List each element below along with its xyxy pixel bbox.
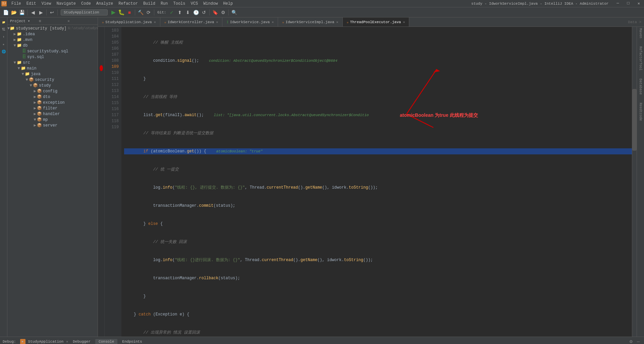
database-icon[interactable]: Database [639,79,642,95]
debug-settings-btn[interactable]: ⚙ [628,339,634,344]
tree-java[interactable]: ▼ 📁 java [7,71,98,77]
tree-java-label: java [31,72,41,77]
tab-idworkcontroller[interactable]: ☕ IdWorkController.java ✕ [160,17,223,27]
menu-tools[interactable]: Tools [171,1,188,7]
scrollbar-thumb[interactable] [632,89,637,151]
project-icon[interactable]: 📁 [0,19,7,26]
tree-config[interactable]: ▶ 📦 config [7,88,98,94]
minimize-btn[interactable]: ─ [614,0,622,7]
menu-code[interactable]: Code [78,1,94,7]
tab-idworkservice-close[interactable]: ✕ [272,20,274,24]
git-push-btn[interactable]: ⬆ [176,9,183,16]
maximize-btn[interactable]: □ [625,0,632,7]
stop-btn[interactable]: ■ [126,9,133,16]
web-icon[interactable]: 🌐 [0,48,7,55]
tree-src[interactable]: ▼ 📁 src [7,60,98,65]
close-btn[interactable]: ✕ [635,0,643,7]
tab-studyapplication-icon: ☕ [102,20,104,24]
run-config-selector[interactable]: StudyApplication [61,9,108,15]
tab-studyapplication[interactable]: ☕ StudyApplication.java ✕ [98,17,160,27]
build-btn[interactable]: 🔨 [137,9,144,16]
save-btn[interactable]: 💾 [18,9,25,16]
code-line-107: list.get(finalI).await(); list: "[java.u… [124,112,632,118]
menu-help[interactable]: Help [220,1,235,7]
git-revert-btn[interactable]: ↺ [200,9,208,16]
maven-icon[interactable]: Maven [639,28,642,38]
tree-mp[interactable]: ▼ 📦 mp [7,117,98,122]
tab-idworkserviceimpl[interactable]: ☕ IdworkServiceImpl.java ✕ [278,17,342,27]
project-panel-title: Project ▾ [10,19,38,23]
forward-btn[interactable]: ▶ [37,9,45,16]
bookmark-btn[interactable]: 🔖 [211,9,219,16]
menu-navigate[interactable]: Navigate [54,1,78,7]
tab-threadpoolexecutor-close[interactable]: ✕ [403,20,405,24]
method-get2: get [187,149,194,154]
tab-threadpoolexecutor[interactable]: ☕ ThreadPoolExecutor.java ✕ [343,17,410,27]
window-title: study - IdworkServiceImpl.java - Intelli… [471,2,608,6]
code-lines[interactable]: // 唤醒 主线程 condition.signal(); condition:… [121,27,632,337]
project-panel-header: Project ▾ ⚙ ✕ [7,17,98,25]
tree-dto[interactable]: ▶ 📦 dto [7,94,98,100]
project-settings-btn[interactable]: ⚙ [39,19,66,23]
debug-app-close[interactable]: ✕ [66,340,68,344]
git-history-btn[interactable]: 🕐 [192,9,200,16]
var-log111: log [153,185,160,190]
tree-exception[interactable]: ▶ 📦 exception [7,100,98,105]
refactortool-icon[interactable]: RefactorTool [639,46,642,70]
tree-main[interactable]: ▼ 📁 main [7,65,98,71]
line-num-119: 119 [105,124,119,130]
vertical-scrollbar[interactable] [632,27,637,337]
tree-filter[interactable]: ▶ 📦 filter [7,105,98,111]
tree-mvn[interactable]: ▶ 📁 .mvn [7,37,98,43]
debug-tab-debugger[interactable]: Debugger [69,339,94,344]
var-list: list [144,113,153,117]
debug-tab-console[interactable]: Console [95,339,117,344]
reedtcode-icon[interactable]: Reedtcode [639,103,642,121]
var-idwork1: idwork [332,185,346,190]
tree-securitystudy-sql-label: securitystudy.sql [27,49,68,54]
tree-securitystudy-sql[interactable]: 🗄 securitystudy.sql [7,48,98,54]
menu-refactor[interactable]: Refactor [116,1,141,7]
var-idwork2: idwork [327,258,341,262]
debug-btn[interactable]: 🐛 [118,9,125,16]
new-file-btn[interactable]: 📄 [2,9,9,16]
undo-btn[interactable]: ↩ [48,9,56,16]
menu-edit[interactable]: Edit [24,1,39,7]
git-pull-btn[interactable]: ⬇ [184,9,192,16]
tab-idworkcontroller-close[interactable]: ✕ [216,20,218,24]
menu-build[interactable]: Build [141,1,158,7]
run-btn[interactable]: ▶ [110,9,117,16]
open-btn[interactable]: 📂 [10,9,17,16]
settings-btn[interactable]: ⚙ [219,9,227,16]
rebuild-btn[interactable]: ⟳ [145,9,152,16]
menu-view[interactable]: View [39,1,54,7]
project-close-btn[interactable]: ✕ [67,19,95,23]
menu-run[interactable]: Run [158,1,171,7]
debug-tab-endpoints[interactable]: Endpoints [119,339,145,344]
favorites-icon[interactable]: ★ [0,41,7,48]
git-check-btn[interactable]: ✓ [168,9,175,16]
tree-study[interactable]: ▼ 📦 study [7,83,98,88]
code-line-110: // 统 一提交 [124,166,632,173]
tabs-spacer [409,17,625,27]
debug-minimize-btn[interactable]: ─ [635,339,641,344]
tree-db[interactable]: ▼ 📁 db [7,43,98,48]
tree-server[interactable]: ▶ 📦 server [7,122,98,128]
comment-110: // 统 一提交 [124,167,179,172]
tree-idea[interactable]: ▶ 📁 .idea [7,31,98,37]
menu-vcs[interactable]: VCS [188,1,201,7]
tree-sys-sql[interactable]: 🗄 sys.sql [7,54,98,60]
tab-idworkservice[interactable]: I IdworkService.java ✕ [222,17,278,27]
tab-studyapplication-close[interactable]: ✕ [154,20,156,24]
menu-window[interactable]: Window [201,1,220,7]
tree-handler[interactable]: ▶ 📦 handler [7,111,98,117]
menu-analyze[interactable]: Analyze [94,1,116,7]
back-btn[interactable]: ◀ [29,9,37,16]
tree-root[interactable]: ▼ 📁 studysecurity [study] G:\study\study… [7,26,98,31]
structure-icon[interactable]: 🏗 [0,26,7,33]
tree-security[interactable]: ▼ 📦 security [7,77,98,83]
commit-icon[interactable]: ⬆ [0,34,7,40]
menu-file[interactable]: File [9,1,24,7]
tab-idworkserviceimpl-close[interactable]: ✕ [336,20,338,24]
search-btn[interactable]: 🔍 [230,9,238,16]
